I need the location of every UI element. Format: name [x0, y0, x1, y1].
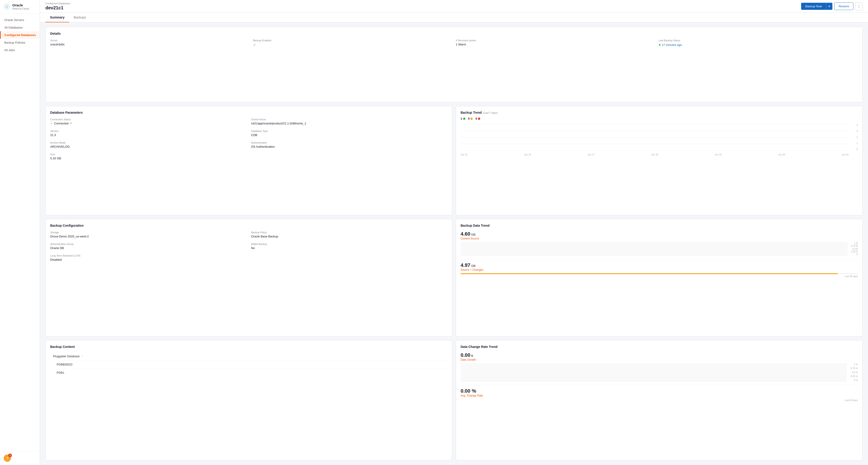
- backup-trend-subtitle: (Last 7 days): [483, 112, 498, 114]
- last-days-label: Last 90 days: [461, 275, 858, 278]
- sidebar-item-oracle-servers[interactable]: Oracle Servers: [0, 16, 40, 24]
- admin-group-value[interactable]: Oracle DB: [50, 246, 247, 250]
- recovery-points-label: # Recovery points: [456, 39, 655, 42]
- avg-change-label: Avg. Change Rate: [461, 394, 858, 397]
- sidebar-item-configured-databases[interactable]: Configured Databases: [0, 31, 40, 39]
- app-logo: ○ Oracle Direct to Cloud: [0, 0, 40, 13]
- source-changes-section: 4.97 GB Source + Changes Last 90 days: [461, 262, 858, 278]
- version-param: Version 21.3: [50, 130, 247, 137]
- pdb-seed-row: PDB$SEED: [50, 361, 447, 369]
- avg-change-section: 0.00 % Avg. Change Rate Last 90 days: [461, 388, 858, 402]
- chart-y-axis: 4 3 2 1 0: [849, 124, 858, 150]
- chart-x-axis: Jun 15 Jun 16 Jun 17 Jun 18 Jun 19 Jun 2…: [461, 153, 848, 156]
- tab-summary[interactable]: Summary: [45, 13, 69, 22]
- sidebar-item-backup-policies[interactable]: Backup Policies: [0, 39, 40, 46]
- backup-config-title: Backup Configuration: [50, 224, 447, 227]
- details-title: Details: [50, 32, 858, 35]
- tab-backups[interactable]: Backups: [69, 13, 91, 22]
- backup-content-title: Backup Content: [50, 345, 447, 348]
- backup-status-icon: ●: [659, 43, 661, 46]
- size-param: Size 5.33 GB: [50, 153, 247, 160]
- warning-dot: [470, 118, 473, 120]
- data-growth-value: 0.00: [461, 352, 470, 358]
- oracle-home-param: Oracle Home /u01/app/oracle/product/21.1…: [251, 118, 447, 125]
- policy-value[interactable]: Oracle Base Backup: [251, 235, 447, 238]
- error-dot: [478, 118, 480, 120]
- size-value: 5.33 GB: [50, 157, 247, 160]
- params-grid: Connection Status ✓ Connected ⟳ Oracle H…: [50, 118, 447, 160]
- version-value: 21.3: [50, 133, 247, 137]
- source-changes-value: 4.97: [461, 262, 470, 268]
- source-changes-bar-bg: [461, 273, 858, 274]
- archive-mode-value: ARCHIVELOG: [50, 145, 247, 148]
- expand-icon[interactable]: ↑: [82, 354, 83, 358]
- server-value: oracle3d3c: [50, 43, 249, 46]
- server-detail: Server oracle3d3c: [50, 39, 249, 47]
- help-button[interactable]: ? 3: [4, 455, 11, 462]
- change-rate-last-days: Last 90 days: [461, 399, 858, 402]
- storage-label: Storage: [50, 231, 247, 234]
- topbar: Configured Databases dev21c1 Backup Now …: [40, 0, 868, 13]
- help-badge: 3: [8, 454, 12, 457]
- details-grid: Server oracle3d3c Backup Enabled ✓ # Rec…: [50, 39, 858, 47]
- storage-param: Storage Druva Demo 2020_us-west-2: [50, 231, 247, 238]
- legend-error: 0: [475, 117, 480, 120]
- size-label: Size: [50, 153, 247, 156]
- archive-mode-label: Archive Mode: [50, 141, 247, 144]
- ltr-value: Disabled: [50, 258, 247, 261]
- data-growth-section: 0.00 B Data Growth 1 % 0.75 % 0.5 % 0.25…: [461, 352, 858, 381]
- source-changes-chart: [461, 273, 858, 274]
- db-type-value: CDB: [251, 133, 447, 137]
- backup-now-button[interactable]: Backup Now: [801, 3, 826, 10]
- connection-status-value: ✓ Connected ⟳: [50, 122, 247, 125]
- source-changes-label: Source + Changes: [461, 268, 858, 272]
- current-source-area: [461, 242, 848, 256]
- last-backup-detail: Last Backup Status ● 17 minutes ago: [659, 39, 858, 47]
- admin-group-label: Administrative Group: [50, 243, 247, 245]
- pluggable-db-label: Pluggable Database: [53, 354, 80, 358]
- restore-button[interactable]: Restore: [834, 2, 854, 10]
- content-area: Details Server oracle3d3c Backup Enabled…: [40, 22, 868, 465]
- backup-trend-title: Backup Trend: [461, 111, 482, 114]
- db-params-card: Database Parameters Connection Status ✓ …: [45, 106, 452, 215]
- legend-success: 1: [461, 117, 465, 120]
- table-row: PDB1: [50, 369, 447, 377]
- db-type-label: Database Type: [251, 130, 447, 132]
- admin-group-param: Administrative Group Oracle DB: [50, 243, 247, 250]
- source-changes-bar-fill: [461, 273, 838, 274]
- more-actions-button[interactable]: ⋮: [855, 2, 863, 10]
- avg-change-value: 0.00 %: [461, 388, 476, 394]
- data-growth-chart: 1 % 0.75 % 0.5 % 0.25 % 0 %: [461, 363, 858, 381]
- main-content: Configured Databases dev21c1 Backup Now …: [40, 0, 868, 465]
- backup-now-dropdown[interactable]: ▾: [826, 3, 832, 10]
- sidebar-item-all-databases[interactable]: All Databases: [0, 24, 40, 31]
- db-params-title: Database Parameters: [50, 111, 447, 114]
- current-source-value: 4.60: [461, 231, 470, 237]
- trend-legend: 1 0 0: [461, 117, 858, 120]
- backup-data-trend-title: Backup Data Trend: [461, 224, 858, 227]
- db-type-param: Database Type CDB: [251, 130, 447, 137]
- backup-content-card: Backup Content Pluggable Database ↑ PDB$…: [45, 340, 452, 460]
- data-change-rate-card: Data Change Rate Trend 0.00 B Data Growt…: [456, 340, 863, 460]
- wallet-label: Wallet Backup: [251, 243, 447, 245]
- success-dot: [463, 118, 465, 120]
- last-backup-time[interactable]: 17 minutes ago: [662, 43, 682, 46]
- table-row: PDB$SEED: [50, 361, 447, 369]
- tabs-bar: Summary Backups: [40, 13, 868, 22]
- wallet-param: Wallet Backup No: [251, 243, 447, 250]
- wallet-value: No: [251, 246, 447, 250]
- current-source-chart: 1 B 0.75 B 0.5 B 0.25 B 0: [461, 242, 858, 256]
- policy-param: Backup Policy Oracle Base Backup: [251, 231, 447, 238]
- ltr-label: Long Term Retention (LTR): [50, 254, 247, 257]
- backup-config-card: Backup Configuration Storage Druva Demo …: [45, 219, 452, 337]
- sidebar-footer: ? 3: [0, 451, 40, 465]
- sidebar-nav: Oracle Servers All Databases Configured …: [0, 13, 40, 451]
- sidebar-item-all-jobs[interactable]: All Jobs: [0, 46, 40, 54]
- refresh-icon[interactable]: ⟳: [70, 122, 72, 125]
- policy-label: Backup Policy: [251, 231, 447, 234]
- connection-status-label: Connection Status: [50, 118, 247, 121]
- chart-bars: [461, 124, 848, 150]
- recovery-points-value: 1 Warm: [456, 43, 655, 46]
- connected-icon: ✓: [50, 122, 53, 125]
- breadcrumb: Configured Databases: [45, 2, 70, 5]
